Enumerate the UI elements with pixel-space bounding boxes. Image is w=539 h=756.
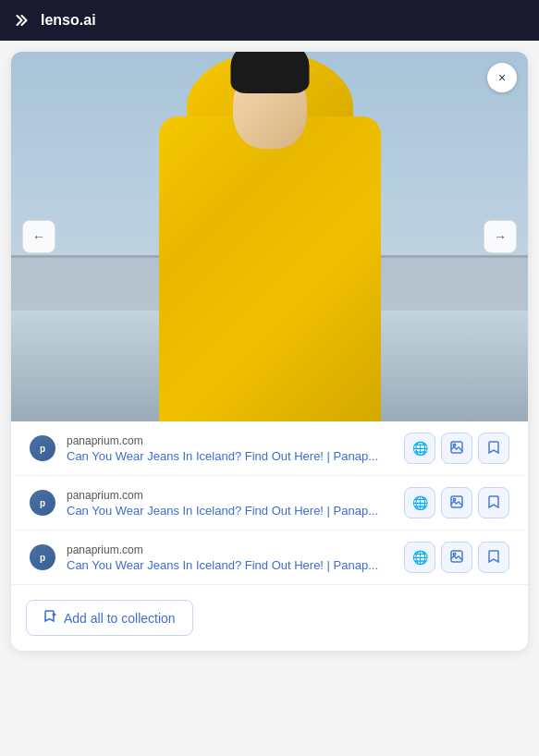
nav-prev-button[interactable]: ← [22, 220, 55, 253]
result-text: panaprium.com Can You Wear Jeans In Icel… [67, 489, 393, 518]
svg-point-3 [453, 498, 455, 500]
globe-icon: 🌐 [412, 550, 428, 565]
hair [230, 52, 309, 93]
favicon-letter: p [40, 498, 45, 508]
view-image-button[interactable] [441, 542, 472, 573]
result-item: p panaprium.com Can You Wear Jeans In Ic… [15, 421, 524, 476]
chevron-right-icon: → [494, 229, 507, 244]
results-list: p panaprium.com Can You Wear Jeans In Ic… [11, 421, 528, 584]
close-button[interactable]: × [487, 63, 517, 92]
favicon: p [30, 490, 55, 516]
globe-icon: 🌐 [412, 441, 428, 456]
visit-site-button[interactable]: 🌐 [404, 487, 435, 518]
favicon-letter: p [40, 444, 45, 454]
result-domain: panaprium.com [67, 434, 393, 447]
nav-next-button[interactable]: → [484, 220, 517, 253]
favicon: p [30, 544, 55, 570]
view-image-button[interactable] [441, 487, 472, 518]
visit-site-button[interactable]: 🌐 [404, 433, 435, 464]
modal-card: × ← → p panaprium.com Can You Wear Jeans… [11, 52, 528, 651]
image-area: × ← → [11, 52, 528, 421]
result-text: panaprium.com Can You Wear Jeans In Icel… [67, 543, 393, 572]
app-header: lenso.ai [0, 0, 539, 41]
bookmark-icon [488, 441, 499, 457]
bookmark-icon [488, 495, 499, 511]
result-actions: 🌐 [404, 433, 509, 464]
logo-icon [15, 11, 33, 30]
main-content: × ← → p panaprium.com Can You Wear Jeans… [0, 41, 539, 756]
result-actions: 🌐 [404, 542, 509, 573]
image-icon [450, 495, 463, 511]
svg-point-1 [453, 444, 455, 445]
logo: lenso.ai [15, 11, 96, 30]
favicon: p [30, 435, 55, 461]
result-text: panaprium.com Can You Wear Jeans In Icel… [67, 434, 393, 463]
result-domain: panaprium.com [67, 543, 393, 556]
visit-site-button[interactable]: 🌐 [404, 542, 435, 573]
logo-text: lenso.ai [41, 12, 96, 29]
add-collection-label: Add all to collection [64, 611, 176, 626]
save-button[interactable] [478, 487, 509, 518]
view-image-button[interactable] [441, 433, 472, 464]
image-icon [450, 550, 463, 566]
result-title[interactable]: Can You Wear Jeans In Iceland? Find Out … [67, 504, 393, 518]
result-item: p panaprium.com Can You Wear Jeans In Ic… [15, 476, 524, 530]
add-all-to-collection-button[interactable]: Add all to collection [26, 600, 193, 636]
save-button[interactable] [478, 542, 509, 573]
globe-icon: 🌐 [412, 495, 428, 510]
result-domain: panaprium.com [67, 489, 393, 502]
favicon-letter: p [40, 553, 45, 563]
result-item: p panaprium.com Can You Wear Jeans In Ic… [15, 530, 524, 584]
image-icon [450, 441, 463, 457]
coat-body [159, 116, 381, 421]
result-title[interactable]: Can You Wear Jeans In Iceland? Find Out … [67, 558, 393, 572]
result-actions: 🌐 [404, 487, 509, 518]
result-title[interactable]: Can You Wear Jeans In Iceland? Find Out … [67, 449, 393, 463]
add-collection-area: Add all to collection [11, 584, 528, 651]
bookmark-add-icon [43, 610, 56, 626]
svg-point-5 [453, 553, 455, 555]
chevron-left-icon: ← [32, 229, 45, 244]
save-button[interactable] [478, 433, 509, 464]
bookmark-icon [488, 550, 499, 566]
